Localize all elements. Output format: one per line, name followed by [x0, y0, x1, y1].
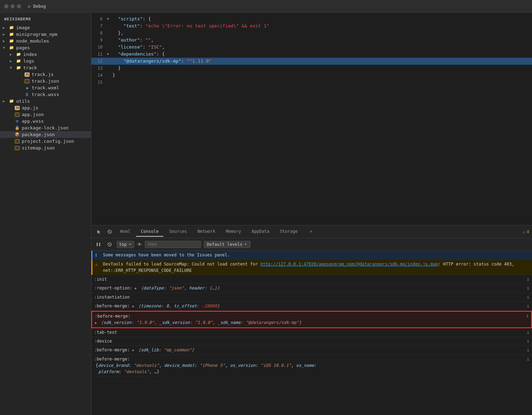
pkg-icon: 📦 — [14, 132, 20, 137]
console-message-tab-test: :tab-test i — [91, 328, 532, 337]
expand-arrow[interactable]: ▶ — [95, 321, 97, 325]
console-msg-text: DevTools failed to load SourceMap: Could… — [103, 261, 529, 274]
expand-arrow[interactable]: ▶ — [132, 304, 134, 308]
sidebar-item-label: node_modules — [16, 38, 49, 44]
link[interactable]: http://127.0.0.1:47920/appseogram_npm/@d… — [260, 262, 438, 267]
eye-icon[interactable]: 👁 — [137, 242, 142, 247]
sidebar-item-label: utils — [16, 98, 30, 104]
line-content: }, — [112, 30, 531, 37]
expand-arrow[interactable]: ▶ — [132, 348, 134, 352]
source-link[interactable]: i — [527, 294, 529, 301]
source-link[interactable]: i — [526, 313, 528, 319]
sidebar-item-package-json[interactable]: 📦 package.json — [0, 131, 91, 138]
traffic-light-close[interactable] — [4, 4, 8, 8]
sidebar-item-app-js[interactable]: JS app.js — [0, 104, 91, 111]
stop-icon[interactable] — [105, 227, 115, 237]
expand-arrow[interactable]: ▶ — [135, 286, 137, 290]
tab-network[interactable]: Network — [193, 227, 220, 237]
sidebar-item-label: app.json — [22, 112, 44, 117]
console-messages[interactable]: ℹ Some messages have been moved to the I… — [91, 251, 532, 415]
sidebar-item-label: package.json — [22, 132, 55, 137]
levels-label: Default levels — [207, 242, 242, 247]
console-msg-text: :before-merge: ▶ {timezone: 8, tz_offset… — [94, 303, 529, 309]
tab-wxml[interactable]: Wxml — [115, 227, 135, 237]
fold-arrow[interactable]: ▼ — [107, 15, 112, 23]
sidebar-item-track-wxml[interactable]: ◈ track.wxml — [0, 84, 91, 91]
sidebar-item-image[interactable]: ▶ 📁 image — [0, 24, 91, 31]
tab-storage[interactable]: Storage — [275, 227, 303, 237]
clear-button[interactable] — [105, 240, 114, 249]
source-link[interactable]: i — [527, 285, 529, 292]
sidebar-item-label: app.js — [22, 105, 38, 110]
folder-yellow-icon: 📁 — [15, 59, 22, 64]
line-content: } — [112, 72, 531, 79]
sidebar-item-track-js[interactable]: JS track.js — [0, 71, 91, 78]
sidebar-item-label: package-lock.json — [22, 125, 69, 130]
lock-icon: 🔒 — [14, 126, 20, 130]
warning-triangle-icon: ⚠ — [523, 229, 525, 234]
console-msg-text: :instantiation — [94, 294, 529, 300]
sidebar-item-track[interactable]: ▼ 📁 track — [0, 64, 91, 71]
sidebar-item-app-wxss[interactable]: ≡ app.wxss — [0, 118, 91, 124]
tree-arrow: ▼ — [3, 46, 8, 50]
tab-console[interactable]: Console — [136, 227, 164, 237]
traffic-light-maximize[interactable] — [17, 4, 21, 8]
sidebar-item-pages[interactable]: ▼ 📁 pages — [0, 44, 91, 51]
console-message-device: :device i — [91, 337, 532, 346]
code-line-6: 6 ▼ "scripts": { — [91, 15, 532, 23]
line-content: "author": "", — [112, 37, 531, 44]
tab-memory[interactable]: Memory — [221, 227, 246, 237]
tab-more[interactable]: » — [305, 227, 317, 237]
line-content: "test": "echo \"Error: no test specified… — [112, 23, 531, 30]
wxss-icon: ≡ — [24, 92, 30, 97]
sidebar-item-track-wxss[interactable]: ≡ track.wxss — [0, 91, 91, 98]
console-message-instantiation: :instantiation i — [91, 293, 532, 302]
fold-arrow[interactable]: ▼ — [107, 51, 112, 58]
line-number: 15 — [93, 79, 107, 86]
context-selector[interactable]: top — [117, 241, 134, 248]
sidebar-item-miniprogram-npm[interactable]: ▶ 📁 miniprogram_npm — [0, 31, 91, 38]
sidebar-item-utils[interactable]: ▶ 📁 utils — [0, 98, 91, 104]
traffic-light-minimize[interactable] — [11, 4, 15, 8]
sidebar-item-track-json[interactable]: {} track.json — [0, 78, 91, 84]
cursor-tool-icon[interactable] — [94, 227, 104, 237]
line-number: 13 — [93, 65, 107, 72]
sidebar-item-package-lock[interactable]: 🔒 package-lock.json — [0, 124, 91, 131]
code-line-9: 9 "author": "", — [91, 37, 532, 44]
sidebar-item-sitemap[interactable]: {} sitemap.json — [0, 145, 91, 151]
source-link[interactable]: i — [527, 303, 529, 309]
console-message-warning: ⚠ DevTools failed to load SourceMap: Cou… — [91, 260, 532, 275]
sidebar-item-node-modules[interactable]: ▶ 📁 node_modules — [0, 38, 91, 44]
source-link[interactable]: i — [527, 330, 529, 336]
console-message-before-merge-3: :before-merge: {device_brand: "devtools"… — [91, 355, 532, 376]
wxml-icon: ◈ — [24, 85, 30, 90]
console-message-info: ℹ Some messages have been moved to the I… — [91, 251, 532, 260]
sidebar-item-index[interactable]: ▶ 📁 index — [0, 51, 91, 58]
sidebar-item-label: app.wxss — [22, 119, 44, 124]
line-content: "dependencies": { — [112, 51, 531, 58]
source-link[interactable]: i — [527, 356, 529, 363]
console-msg-text: Some messages have been moved to the Iss… — [103, 252, 529, 258]
source-link[interactable]: i — [527, 347, 529, 353]
sidebar-item-logs[interactable]: ▶ 📁 logs — [0, 58, 91, 64]
sidebar-item-app-json[interactable]: {} app.json — [0, 111, 91, 118]
svg-rect-3 — [99, 243, 100, 246]
svg-line-1 — [109, 231, 111, 233]
run-button[interactable] — [94, 240, 103, 249]
code-editor[interactable]: 6 ▼ "scripts": { 7 "test": "echo \"Error… — [91, 13, 532, 225]
levels-dropdown[interactable]: Default levels — [204, 241, 251, 248]
js-icon: JS — [14, 106, 20, 110]
traffic-lights — [4, 4, 21, 8]
console-msg-text: :init — [94, 276, 529, 282]
tree-arrow: ▶ — [10, 52, 15, 56]
tab-appdata[interactable]: AppData — [247, 227, 274, 237]
sidebar-item-label: pages — [16, 45, 30, 50]
source-link[interactable]: i — [527, 338, 529, 345]
console-message-init: :init i — [91, 275, 532, 284]
sidebar-item-label: track.wxml — [32, 85, 59, 90]
line-content: "license": "ISC", — [112, 44, 531, 51]
source-link[interactable]: i — [527, 276, 529, 283]
tab-sources[interactable]: Sources — [164, 227, 192, 237]
filter-input[interactable] — [145, 241, 201, 248]
sidebar-item-project-config[interactable]: {} project.config.json — [0, 138, 91, 145]
